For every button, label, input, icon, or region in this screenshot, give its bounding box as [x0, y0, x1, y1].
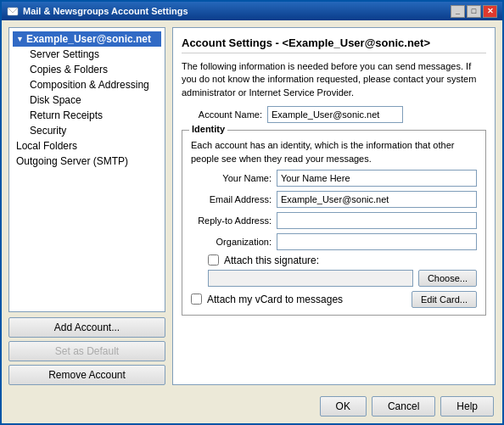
edit-card-button[interactable]: Edit Card...: [412, 291, 477, 308]
tree-item-return-receipts[interactable]: Return Receipts: [13, 108, 161, 123]
footer-bar: OK Cancel Help: [2, 392, 502, 423]
reply-to-label: Reply-to Address:: [191, 215, 272, 226]
reply-to-input[interactable]: [277, 212, 477, 229]
add-account-button[interactable]: Add Account...: [8, 317, 165, 338]
signature-file-input[interactable]: [208, 270, 413, 287]
attach-vcard-label: Attach my vCard to messages: [207, 294, 343, 305]
attach-signature-checkbox[interactable]: [208, 254, 219, 266]
email-address-row: Email Address:: [191, 191, 477, 208]
main-window: Mail & Newsgroups Account Settings _ □ ✕…: [0, 0, 504, 425]
organization-label: Organization:: [191, 237, 272, 247]
choose-button[interactable]: Choose...: [418, 270, 477, 287]
mail-icon: [7, 5, 19, 17]
identity-legend: Identity: [189, 124, 227, 134]
left-panel: ▼ Example_User@sonic.net Server Settings…: [8, 27, 165, 385]
set-as-default-button[interactable]: Set as Default: [8, 341, 165, 361]
attach-vcard-checkbox-row: Attach my vCard to messages: [191, 294, 343, 305]
signature-file-row: Choose...: [208, 270, 477, 287]
reply-to-row: Reply-to Address:: [191, 212, 477, 229]
account-root-label: Example_User@sonic.net: [26, 33, 151, 45]
title-buttons: _ □ ✕: [451, 5, 497, 18]
window-title: Mail & Newsgroups Account Settings: [23, 6, 188, 16]
account-name-input[interactable]: [267, 106, 403, 123]
tree-item-outgoing-server[interactable]: Outgoing Server (SMTP): [13, 154, 161, 169]
your-name-row: Your Name:: [191, 170, 477, 187]
cancel-button[interactable]: Cancel: [372, 396, 435, 417]
tree-item-server-settings[interactable]: Server Settings: [13, 47, 161, 62]
your-name-label: Your Name:: [191, 173, 272, 183]
account-name-row: Account Name:: [182, 106, 486, 123]
your-name-input[interactable]: [277, 170, 477, 187]
minimize-button[interactable]: _: [451, 5, 465, 18]
signature-section: Attach this signature: Choose...: [191, 254, 477, 287]
attach-signature-row: Attach this signature:: [208, 254, 477, 266]
identity-description: Each account has an identity, which is t…: [191, 139, 477, 165]
maximize-button[interactable]: □: [467, 5, 481, 18]
tree-item-security[interactable]: Security: [13, 123, 161, 138]
panel-title: Account Settings - <Example_User@sonic.n…: [182, 36, 486, 53]
intro-text: The following information is needed befo…: [182, 60, 486, 99]
tree-item-copies-folders[interactable]: Copies & Folders: [13, 62, 161, 77]
email-address-label: Email Address:: [191, 194, 272, 204]
ok-button[interactable]: OK: [320, 396, 367, 417]
close-button[interactable]: ✕: [483, 5, 497, 18]
remove-account-button[interactable]: Remove Account: [8, 365, 165, 385]
attach-vcard-checkbox[interactable]: [191, 294, 202, 305]
title-bar: Mail & Newsgroups Account Settings _ □ ✕: [2, 2, 502, 20]
vcard-row: Attach my vCard to messages Edit Card...: [191, 291, 477, 308]
title-bar-left: Mail & Newsgroups Account Settings: [7, 5, 188, 17]
organization-input[interactable]: [277, 233, 477, 250]
collapse-icon: ▼: [16, 35, 24, 43]
organization-row: Organization:: [191, 233, 477, 250]
attach-signature-label: Attach this signature:: [224, 254, 319, 266]
right-panel: Account Settings - <Example_User@sonic.n…: [172, 27, 496, 385]
tree-item-account-root[interactable]: ▼ Example_User@sonic.net: [13, 31, 161, 47]
identity-group: Identity Each account has an identity, w…: [182, 130, 486, 316]
tree-item-local-folders[interactable]: Local Folders: [13, 138, 161, 154]
content-area: ▼ Example_User@sonic.net Server Settings…: [2, 20, 502, 392]
tree-item-composition-addressing[interactable]: Composition & Addressing: [13, 77, 161, 92]
email-address-input[interactable]: [277, 191, 477, 208]
tree-area: ▼ Example_User@sonic.net Server Settings…: [8, 27, 165, 312]
tree-item-disk-space[interactable]: Disk Space: [13, 92, 161, 108]
account-name-label: Account Name:: [182, 109, 262, 120]
help-button[interactable]: Help: [440, 396, 494, 417]
left-buttons: Add Account... Set as Default Remove Acc…: [8, 317, 165, 385]
